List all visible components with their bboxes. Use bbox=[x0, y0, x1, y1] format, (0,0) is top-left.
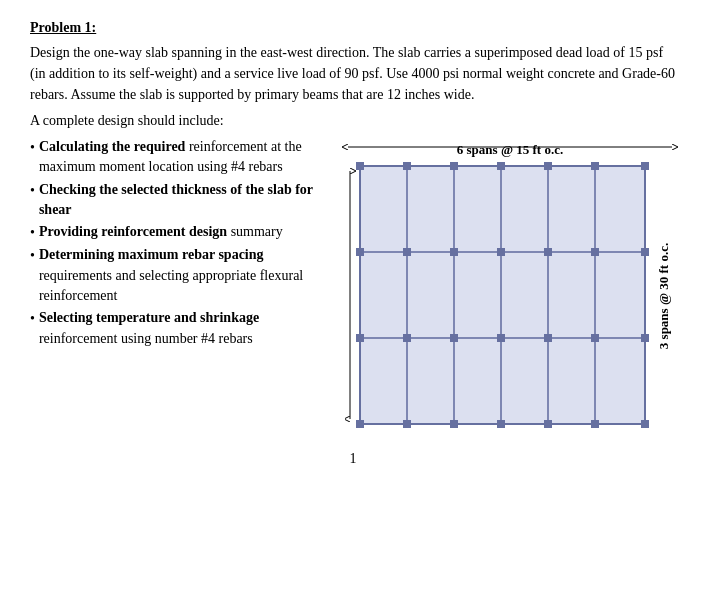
svg-rect-33 bbox=[591, 162, 599, 170]
svg-rect-22 bbox=[361, 339, 406, 423]
diagram-wrapper: 3 spans @ 30 ft o.c. bbox=[345, 161, 675, 431]
svg-rect-18 bbox=[455, 253, 500, 337]
bullet-symbol-4: • bbox=[30, 246, 35, 266]
svg-rect-38 bbox=[497, 248, 505, 256]
bullet-text-1: Calculating the required reinforcement a… bbox=[39, 137, 330, 178]
side-label: 3 spans @ 30 ft o.c. bbox=[656, 243, 671, 349]
bullet-text-5: Selecting temperature and shrinkage rein… bbox=[39, 308, 330, 349]
svg-rect-16 bbox=[361, 253, 406, 337]
bullet-symbol-2: • bbox=[30, 181, 35, 201]
bullet-item-3: • Providing reinforcement design summary bbox=[30, 222, 330, 243]
svg-rect-37 bbox=[450, 248, 458, 256]
bullet-text-3: Providing reinforcement design summary bbox=[39, 222, 330, 242]
svg-rect-46 bbox=[544, 334, 552, 342]
top-arrow: 6 spans @ 15 ft o.c. bbox=[340, 137, 680, 157]
svg-rect-28 bbox=[356, 162, 364, 170]
svg-rect-53 bbox=[544, 420, 552, 428]
bullet-item-2: • Checking the selected thickness of the… bbox=[30, 180, 330, 221]
bullet-item-1: • Calculating the required reinforcement… bbox=[30, 137, 330, 178]
bullet-symbol-3: • bbox=[30, 223, 35, 243]
svg-rect-52 bbox=[497, 420, 505, 428]
svg-rect-26 bbox=[549, 339, 594, 423]
svg-rect-17 bbox=[408, 253, 453, 337]
svg-rect-14 bbox=[549, 167, 594, 251]
svg-rect-31 bbox=[497, 162, 505, 170]
svg-rect-11 bbox=[408, 167, 453, 251]
problem-title: Problem 1: bbox=[30, 20, 676, 36]
svg-rect-13 bbox=[502, 167, 547, 251]
svg-rect-42 bbox=[356, 334, 364, 342]
svg-rect-32 bbox=[544, 162, 552, 170]
svg-rect-19 bbox=[502, 253, 547, 337]
intro-text: Design the one-way slab spanning in the … bbox=[30, 42, 676, 105]
diagram-area: 6 spans @ 15 ft o.c. bbox=[340, 137, 680, 431]
svg-rect-36 bbox=[403, 248, 411, 256]
svg-rect-24 bbox=[455, 339, 500, 423]
svg-rect-48 bbox=[641, 334, 649, 342]
bullet-text-2: Checking the selected thickness of the s… bbox=[39, 180, 330, 221]
svg-rect-10 bbox=[361, 167, 406, 251]
svg-rect-35 bbox=[356, 248, 364, 256]
svg-rect-43 bbox=[403, 334, 411, 342]
svg-rect-30 bbox=[450, 162, 458, 170]
side-label-svg: 3 spans @ 30 ft o.c. bbox=[655, 161, 675, 431]
bullet-symbol-1: • bbox=[30, 138, 35, 158]
svg-rect-54 bbox=[591, 420, 599, 428]
svg-rect-23 bbox=[408, 339, 453, 423]
svg-rect-51 bbox=[450, 420, 458, 428]
svg-rect-34 bbox=[641, 162, 649, 170]
svg-rect-45 bbox=[497, 334, 505, 342]
svg-rect-25 bbox=[502, 339, 547, 423]
svg-rect-20 bbox=[549, 253, 594, 337]
bullet-item-4: • Determining maximum rebar spacing requ… bbox=[30, 245, 330, 306]
svg-rect-12 bbox=[455, 167, 500, 251]
top-label: 6 spans @ 15 ft o.c. bbox=[457, 142, 563, 157]
grid-svg bbox=[345, 161, 655, 431]
svg-rect-40 bbox=[591, 248, 599, 256]
svg-rect-41 bbox=[641, 248, 649, 256]
svg-rect-49 bbox=[356, 420, 364, 428]
bullet-symbol-5: • bbox=[30, 309, 35, 329]
svg-rect-39 bbox=[544, 248, 552, 256]
svg-rect-47 bbox=[591, 334, 599, 342]
svg-rect-27 bbox=[596, 339, 644, 423]
complete-design-label: A complete design should include: bbox=[30, 113, 676, 129]
page-number: 1 bbox=[30, 451, 676, 467]
svg-rect-50 bbox=[403, 420, 411, 428]
bullet-item-5: • Selecting temperature and shrinkage re… bbox=[30, 308, 330, 349]
svg-rect-15 bbox=[596, 167, 644, 251]
bullet-text-4: Determining maximum rebar spacing requir… bbox=[39, 245, 330, 306]
svg-rect-55 bbox=[641, 420, 649, 428]
svg-rect-29 bbox=[403, 162, 411, 170]
bullet-list: • Calculating the required reinforcement… bbox=[30, 137, 330, 431]
content-area: • Calculating the required reinforcement… bbox=[30, 137, 676, 431]
svg-rect-44 bbox=[450, 334, 458, 342]
svg-rect-21 bbox=[596, 253, 644, 337]
